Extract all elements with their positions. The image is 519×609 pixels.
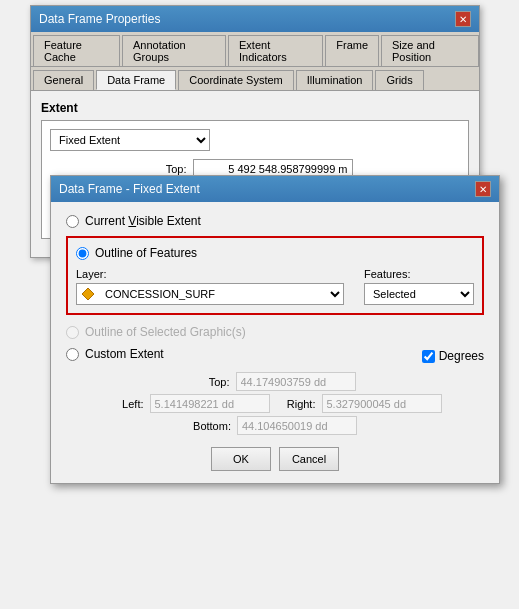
outline-features-label: Outline of Features xyxy=(95,246,197,260)
extent-section-label: Extent xyxy=(41,101,469,115)
current-visible-radio[interactable] xyxy=(66,215,79,228)
layer-col-label: Layer: xyxy=(76,268,344,280)
current-visible-text: Current xyxy=(85,214,128,228)
features-column: Features: Selected All xyxy=(364,268,474,305)
outline-graphic-row: Outline of Selected Graphic(s) xyxy=(66,325,484,339)
cancel-button[interactable]: Cancel xyxy=(279,447,339,471)
tab-row-1: Feature Cache Annotation Groups Extent I… xyxy=(31,32,479,67)
custom-top-label: Top: xyxy=(195,376,230,388)
outline-features-box: Outline of Features Layer: CONCESSION_SU xyxy=(66,236,484,315)
tab-general[interactable]: General xyxy=(33,70,94,90)
extent-select[interactable]: Fixed Extent Automatic Extent xyxy=(50,129,210,151)
degrees-row: Degrees xyxy=(422,349,484,363)
tab-illumination[interactable]: Illumination xyxy=(296,70,374,90)
outline-features-radio[interactable] xyxy=(76,247,89,260)
outer-dialog-close-button[interactable]: ✕ xyxy=(455,11,471,27)
layer-column: Layer: CONCESSION_SURF xyxy=(76,268,344,305)
custom-top-row: Top: xyxy=(66,372,484,391)
custom-bottom-row: Bottom: xyxy=(66,416,484,435)
tab-feature-cache[interactable]: Feature Cache xyxy=(33,35,120,66)
inner-dialog-titlebar: Data Frame - Fixed Extent ✕ xyxy=(51,176,499,202)
inner-dialog-content: Current Visible Extent Outline of Featur… xyxy=(51,202,499,483)
ok-button[interactable]: OK xyxy=(211,447,271,471)
outline-graphic-radio[interactable] xyxy=(66,326,79,339)
current-visible-row: Current Visible Extent xyxy=(66,214,484,228)
extent-dropdown-row: Fixed Extent Automatic Extent xyxy=(50,129,460,151)
custom-left-label: Left: xyxy=(109,398,144,410)
custom-left-input[interactable] xyxy=(150,394,270,413)
custom-extent-row: Custom Extent xyxy=(66,347,164,361)
current-visible-label: Current Visible Extent xyxy=(85,214,201,228)
inner-dialog-close-button[interactable]: ✕ xyxy=(475,181,491,197)
layer-select[interactable]: CONCESSION_SURF xyxy=(97,284,343,304)
layer-icon xyxy=(79,285,97,303)
current-visible-underline: V xyxy=(128,214,136,228)
degrees-checkbox[interactable] xyxy=(422,350,435,363)
degrees-label: Degrees xyxy=(439,349,484,363)
tab-annotation-groups[interactable]: Annotation Groups xyxy=(122,35,226,66)
tab-grids[interactable]: Grids xyxy=(375,70,423,90)
outline-graphic-label: Outline of Selected Graphic(s) xyxy=(85,325,246,339)
custom-right-label: Right: xyxy=(276,398,316,410)
layer-features-row: Layer: CONCESSION_SURF xyxy=(76,268,474,305)
inner-dialog-title: Data Frame - Fixed Extent xyxy=(59,182,200,196)
custom-extent-radio[interactable] xyxy=(66,348,79,361)
features-select[interactable]: Selected All xyxy=(364,283,474,305)
outer-dialog-titlebar: Data Frame Properties ✕ xyxy=(31,6,479,32)
layer-dropdown-container: CONCESSION_SURF xyxy=(76,283,344,305)
custom-extent-section: Custom Extent Degrees Top: Left: Right: xyxy=(66,347,484,435)
custom-bottom-label: Bottom: xyxy=(193,420,231,432)
custom-left-right-row: Left: Right: xyxy=(66,394,484,413)
custom-right-input[interactable] xyxy=(322,394,442,413)
outline-features-row: Outline of Features xyxy=(76,246,474,260)
top-label: Top: xyxy=(152,163,187,175)
svg-marker-0 xyxy=(82,288,94,300)
tab-coordinate-system[interactable]: Coordinate System xyxy=(178,70,294,90)
custom-extent-label: Custom Extent xyxy=(85,347,164,361)
tab-extent-indicators[interactable]: Extent Indicators xyxy=(228,35,323,66)
ok-cancel-row: OK Cancel xyxy=(66,447,484,471)
tab-frame[interactable]: Frame xyxy=(325,35,379,66)
features-col-label: Features: xyxy=(364,268,474,280)
tab-data-frame[interactable]: Data Frame xyxy=(96,70,176,90)
custom-top-input[interactable] xyxy=(236,372,356,391)
custom-bottom-input[interactable] xyxy=(237,416,357,435)
fixed-extent-dialog: Data Frame - Fixed Extent ✕ Current Visi… xyxy=(50,175,500,484)
tab-row-2: General Data Frame Coordinate System Ill… xyxy=(31,67,479,91)
outer-dialog-title: Data Frame Properties xyxy=(39,12,160,26)
tab-size-position[interactable]: Size and Position xyxy=(381,35,479,66)
